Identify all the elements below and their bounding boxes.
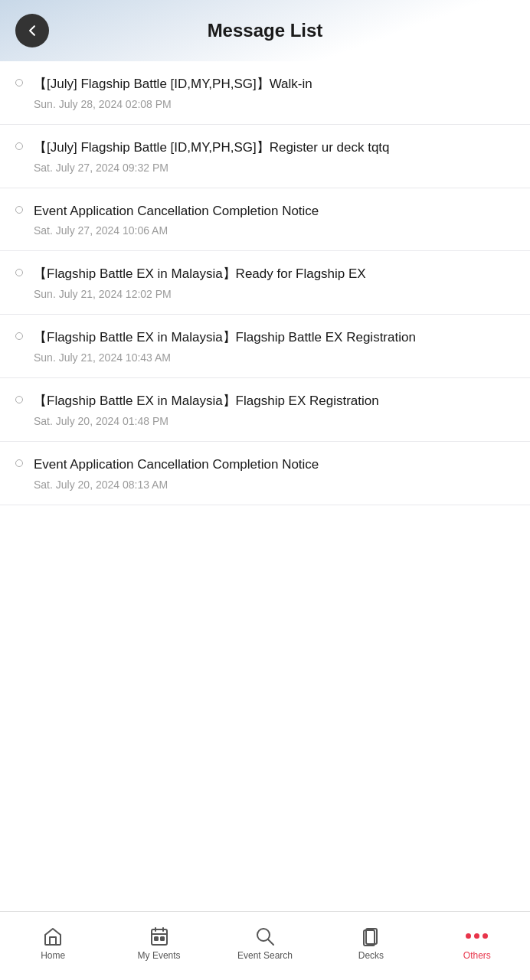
- message-date: Sun. July 21, 2024 12:02 PM: [34, 288, 515, 300]
- message-list: 【[July] Flagship Battle [ID,MY,PH,SG]】Wa…: [0, 61, 530, 911]
- message-title: 【Flagship Battle EX in Malaysia】Flagship…: [34, 392, 515, 410]
- message-item[interactable]: 【[July] Flagship Battle [ID,MY,PH,SG]】Wa…: [0, 61, 530, 125]
- back-button[interactable]: [15, 14, 49, 47]
- nav-item-home[interactable]: Home: [0, 926, 106, 961]
- message-content: 【Flagship Battle EX in Malaysia】Flagship…: [34, 392, 515, 427]
- svg-rect-0: [152, 929, 167, 945]
- unread-dot: [15, 396, 23, 403]
- unread-dot: [15, 269, 23, 276]
- unread-dot: [15, 142, 23, 150]
- message-date: Sun. July 28, 2024 02:08 PM: [34, 98, 515, 110]
- others-icon: [466, 926, 488, 947]
- message-content: 【[July] Flagship Battle [ID,MY,PH,SG]】Re…: [34, 139, 515, 174]
- message-date: Sat. July 27, 2024 10:06 AM: [34, 224, 515, 237]
- message-item[interactable]: Event Application Cancellation Completio…: [0, 442, 530, 505]
- bottom-nav: Home My Events Event Search Decks Others: [0, 911, 530, 980]
- nav-label-event-search: Event Search: [237, 950, 293, 961]
- nav-label-my-events: My Events: [138, 950, 181, 961]
- my-events-icon: [149, 926, 170, 947]
- page-title: Message List: [49, 20, 481, 41]
- message-item[interactable]: 【Flagship Battle EX in Malaysia】Flagship…: [0, 378, 530, 442]
- message-title: 【[July] Flagship Battle [ID,MY,PH,SG]】Wa…: [34, 75, 515, 93]
- nav-item-event-search[interactable]: Event Search: [212, 926, 318, 961]
- message-item[interactable]: 【Flagship Battle EX in Malaysia】Ready fo…: [0, 251, 530, 315]
- message-title: 【Flagship Battle EX in Malaysia】Flagship…: [34, 328, 515, 347]
- message-date: Sat. July 20, 2024 08:13 AM: [34, 479, 515, 491]
- event-search-icon: [254, 926, 276, 947]
- message-title: Event Application Cancellation Completio…: [34, 202, 515, 220]
- message-title: Event Application Cancellation Completio…: [34, 456, 515, 474]
- message-date: Sat. July 27, 2024 09:32 PM: [34, 162, 515, 174]
- message-content: Event Application Cancellation Completio…: [34, 456, 515, 491]
- message-item[interactable]: Event Application Cancellation Completio…: [0, 188, 530, 252]
- unread-dot: [15, 206, 23, 214]
- nav-item-others[interactable]: Others: [424, 926, 530, 961]
- back-icon: [25, 23, 40, 38]
- unread-dot: [15, 459, 23, 467]
- svg-rect-1: [155, 937, 158, 940]
- unread-dot: [15, 79, 23, 87]
- home-icon: [42, 926, 64, 947]
- nav-item-my-events[interactable]: My Events: [106, 926, 211, 961]
- svg-rect-2: [161, 937, 164, 940]
- decks-icon: [360, 926, 381, 947]
- message-date: Sun. July 21, 2024 10:43 AM: [34, 351, 515, 364]
- unread-dot: [15, 332, 23, 340]
- message-content: 【Flagship Battle EX in Malaysia】Flagship…: [34, 328, 515, 364]
- message-date: Sat. July 20, 2024 01:48 PM: [34, 415, 515, 427]
- message-content: Event Application Cancellation Completio…: [34, 202, 515, 237]
- message-title: 【[July] Flagship Battle [ID,MY,PH,SG]】Re…: [34, 139, 515, 157]
- message-content: 【Flagship Battle EX in Malaysia】Ready fo…: [34, 265, 515, 300]
- svg-line-4: [268, 939, 273, 945]
- message-item[interactable]: 【[July] Flagship Battle [ID,MY,PH,SG]】Re…: [0, 125, 530, 188]
- message-item[interactable]: 【Flagship Battle EX in Malaysia】Flagship…: [0, 315, 530, 378]
- nav-item-decks[interactable]: Decks: [318, 926, 424, 961]
- nav-label-decks: Decks: [358, 950, 384, 961]
- nav-label-home: Home: [41, 950, 65, 961]
- message-content: 【[July] Flagship Battle [ID,MY,PH,SG]】Wa…: [34, 75, 515, 110]
- message-title: 【Flagship Battle EX in Malaysia】Ready fo…: [34, 265, 515, 283]
- header: Message List: [0, 0, 530, 61]
- nav-label-others: Others: [463, 950, 491, 961]
